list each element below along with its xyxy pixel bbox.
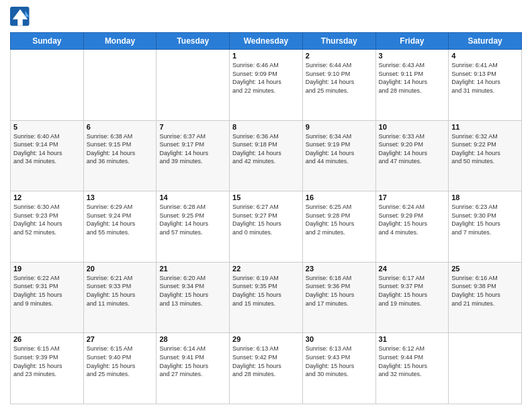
day-number: 27 xyxy=(87,335,154,343)
calendar-cell: 23Sunrise: 6:18 AM Sunset: 9:36 PM Dayli… xyxy=(302,262,375,333)
day-info: Sunrise: 6:16 AM Sunset: 9:38 PM Dayligh… xyxy=(451,274,519,308)
day-number: 17 xyxy=(379,193,446,201)
day-info: Sunrise: 6:37 AM Sunset: 9:17 PM Dayligh… xyxy=(159,132,226,166)
day-info: Sunrise: 6:27 AM Sunset: 9:27 PM Dayligh… xyxy=(232,203,300,236)
day-number: 7 xyxy=(159,123,226,131)
day-info: Sunrise: 6:25 AM Sunset: 9:28 PM Dayligh… xyxy=(306,203,373,236)
weekday-header: Tuesday xyxy=(157,33,230,50)
calendar-cell: 13Sunrise: 6:29 AM Sunset: 9:24 PM Dayli… xyxy=(83,191,157,263)
day-info: Sunrise: 6:21 AM Sunset: 9:33 PM Dayligh… xyxy=(87,274,154,308)
day-number: 25 xyxy=(451,265,519,273)
calendar-cell: 2Sunrise: 6:44 AM Sunset: 9:10 PM Daylig… xyxy=(302,50,375,121)
day-number: 13 xyxy=(87,193,154,201)
calendar-cell: 1Sunrise: 6:46 AM Sunset: 9:09 PM Daylig… xyxy=(230,50,303,121)
day-info: Sunrise: 6:13 AM Sunset: 9:42 PM Dayligh… xyxy=(232,345,300,378)
day-info: Sunrise: 6:33 AM Sunset: 9:20 PM Dayligh… xyxy=(379,132,446,166)
day-info: Sunrise: 6:24 AM Sunset: 9:29 PM Dayligh… xyxy=(379,203,446,236)
day-number: 10 xyxy=(379,123,446,131)
calendar-row: 12Sunrise: 6:30 AM Sunset: 9:23 PM Dayli… xyxy=(11,191,522,263)
day-info: Sunrise: 6:30 AM Sunset: 9:23 PM Dayligh… xyxy=(13,203,81,236)
day-number: 12 xyxy=(13,193,81,201)
calendar-cell: 3Sunrise: 6:43 AM Sunset: 9:11 PM Daylig… xyxy=(375,50,449,121)
page: SundayMondayTuesdayWednesdayThursdayFrid… xyxy=(0,0,532,411)
day-info: Sunrise: 6:36 AM Sunset: 9:18 PM Dayligh… xyxy=(232,132,300,166)
weekday-header: Sunday xyxy=(11,33,84,50)
day-info: Sunrise: 6:43 AM Sunset: 9:11 PM Dayligh… xyxy=(379,61,446,95)
day-info: Sunrise: 6:20 AM Sunset: 9:34 PM Dayligh… xyxy=(159,274,226,308)
day-number: 16 xyxy=(306,193,373,201)
calendar-cell: 9Sunrise: 6:34 AM Sunset: 9:19 PM Daylig… xyxy=(302,120,375,191)
calendar-body: 1Sunrise: 6:46 AM Sunset: 9:09 PM Daylig… xyxy=(11,50,522,404)
calendar-cell xyxy=(83,50,157,121)
calendar-cell: 22Sunrise: 6:19 AM Sunset: 9:35 PM Dayli… xyxy=(230,262,303,333)
day-info: Sunrise: 6:32 AM Sunset: 9:22 PM Dayligh… xyxy=(451,132,519,166)
day-info: Sunrise: 6:14 AM Sunset: 9:41 PM Dayligh… xyxy=(159,345,226,378)
day-info: Sunrise: 6:34 AM Sunset: 9:19 PM Dayligh… xyxy=(306,132,373,166)
calendar-cell: 21Sunrise: 6:20 AM Sunset: 9:34 PM Dayli… xyxy=(157,262,230,333)
calendar-row: 26Sunrise: 6:15 AM Sunset: 9:39 PM Dayli… xyxy=(11,333,522,404)
day-info: Sunrise: 6:23 AM Sunset: 9:30 PM Dayligh… xyxy=(451,203,519,236)
logo xyxy=(10,7,33,27)
day-number: 22 xyxy=(232,265,300,273)
day-info: Sunrise: 6:18 AM Sunset: 9:36 PM Dayligh… xyxy=(306,274,373,308)
calendar-cell xyxy=(11,50,84,121)
day-number: 19 xyxy=(13,265,81,273)
day-number: 15 xyxy=(232,193,300,201)
calendar-cell: 20Sunrise: 6:21 AM Sunset: 9:33 PM Dayli… xyxy=(83,262,157,333)
weekday-header: Saturday xyxy=(449,33,522,50)
day-info: Sunrise: 6:29 AM Sunset: 9:24 PM Dayligh… xyxy=(87,203,154,236)
day-number: 1 xyxy=(232,52,300,60)
day-number: 4 xyxy=(451,52,519,60)
day-info: Sunrise: 6:12 AM Sunset: 9:44 PM Dayligh… xyxy=(379,345,446,378)
calendar-cell: 26Sunrise: 6:15 AM Sunset: 9:39 PM Dayli… xyxy=(11,333,84,404)
weekday-row: SundayMondayTuesdayWednesdayThursdayFrid… xyxy=(11,33,522,50)
day-number: 3 xyxy=(379,52,446,60)
calendar-cell: 29Sunrise: 6:13 AM Sunset: 9:42 PM Dayli… xyxy=(230,333,303,404)
calendar-cell: 8Sunrise: 6:36 AM Sunset: 9:18 PM Daylig… xyxy=(230,120,303,191)
calendar-row: 1Sunrise: 6:46 AM Sunset: 9:09 PM Daylig… xyxy=(11,50,522,121)
calendar-table: SundayMondayTuesdayWednesdayThursdayFrid… xyxy=(10,32,522,404)
day-info: Sunrise: 6:41 AM Sunset: 9:13 PM Dayligh… xyxy=(451,61,519,95)
calendar-cell: 24Sunrise: 6:17 AM Sunset: 9:37 PM Dayli… xyxy=(375,262,449,333)
calendar-cell xyxy=(449,333,522,404)
weekday-header: Monday xyxy=(83,33,157,50)
weekday-header: Thursday xyxy=(302,33,375,50)
day-info: Sunrise: 6:15 AM Sunset: 9:40 PM Dayligh… xyxy=(87,345,154,378)
day-info: Sunrise: 6:46 AM Sunset: 9:09 PM Dayligh… xyxy=(232,61,300,95)
day-number: 14 xyxy=(159,193,226,201)
day-number: 21 xyxy=(159,265,226,273)
calendar-cell: 5Sunrise: 6:40 AM Sunset: 9:14 PM Daylig… xyxy=(11,120,84,191)
day-info: Sunrise: 6:15 AM Sunset: 9:39 PM Dayligh… xyxy=(13,345,81,378)
day-number: 28 xyxy=(159,335,226,343)
day-number: 26 xyxy=(13,335,81,343)
header xyxy=(10,7,522,27)
calendar-cell: 10Sunrise: 6:33 AM Sunset: 9:20 PM Dayli… xyxy=(375,120,449,191)
calendar-cell: 7Sunrise: 6:37 AM Sunset: 9:17 PM Daylig… xyxy=(157,120,230,191)
calendar-cell: 15Sunrise: 6:27 AM Sunset: 9:27 PM Dayli… xyxy=(230,191,303,263)
calendar-cell: 18Sunrise: 6:23 AM Sunset: 9:30 PM Dayli… xyxy=(449,191,522,263)
day-number: 5 xyxy=(13,123,81,131)
calendar-cell: 27Sunrise: 6:15 AM Sunset: 9:40 PM Dayli… xyxy=(83,333,157,404)
day-info: Sunrise: 6:22 AM Sunset: 9:31 PM Dayligh… xyxy=(13,274,81,308)
calendar-cell: 31Sunrise: 6:12 AM Sunset: 9:44 PM Dayli… xyxy=(375,333,449,404)
calendar-cell: 19Sunrise: 6:22 AM Sunset: 9:31 PM Dayli… xyxy=(11,262,84,333)
day-number: 24 xyxy=(379,265,446,273)
day-number: 23 xyxy=(306,265,373,273)
day-info: Sunrise: 6:38 AM Sunset: 9:15 PM Dayligh… xyxy=(87,132,154,166)
calendar-cell: 25Sunrise: 6:16 AM Sunset: 9:38 PM Dayli… xyxy=(449,262,522,333)
calendar-header: SundayMondayTuesdayWednesdayThursdayFrid… xyxy=(11,33,522,50)
day-number: 29 xyxy=(232,335,300,343)
weekday-header: Friday xyxy=(375,33,449,50)
calendar-cell: 17Sunrise: 6:24 AM Sunset: 9:29 PM Dayli… xyxy=(375,191,449,263)
calendar-cell: 14Sunrise: 6:28 AM Sunset: 9:25 PM Dayli… xyxy=(157,191,230,263)
weekday-header: Wednesday xyxy=(230,33,303,50)
calendar-row: 5Sunrise: 6:40 AM Sunset: 9:14 PM Daylig… xyxy=(11,120,522,191)
day-info: Sunrise: 6:40 AM Sunset: 9:14 PM Dayligh… xyxy=(13,132,81,166)
calendar-cell xyxy=(157,50,230,121)
day-info: Sunrise: 6:13 AM Sunset: 9:43 PM Dayligh… xyxy=(306,345,373,378)
calendar-cell: 11Sunrise: 6:32 AM Sunset: 9:22 PM Dayli… xyxy=(449,120,522,191)
day-info: Sunrise: 6:19 AM Sunset: 9:35 PM Dayligh… xyxy=(232,274,300,308)
day-number: 6 xyxy=(87,123,154,131)
day-number: 8 xyxy=(232,123,300,131)
logo-icon xyxy=(10,7,30,27)
